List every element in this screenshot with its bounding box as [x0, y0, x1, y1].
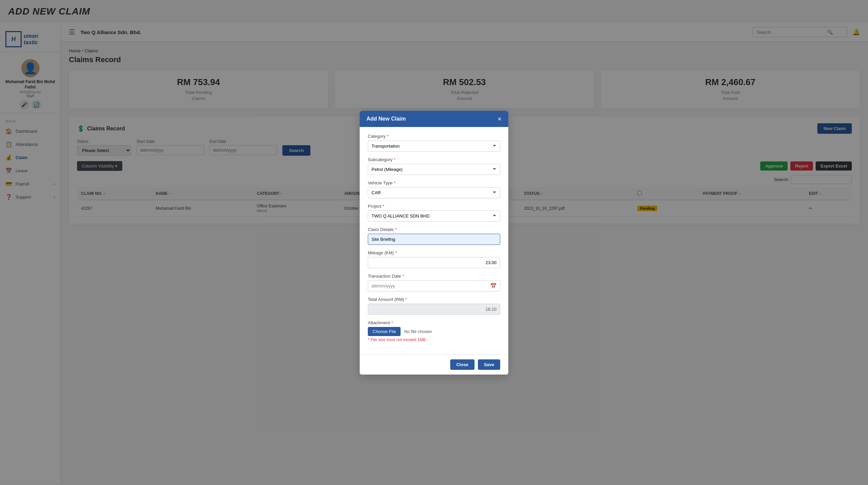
total-amount-input: [368, 304, 500, 315]
transaction-date-label: Transaction Date *: [368, 274, 500, 279]
project-label: Project *: [368, 204, 500, 209]
attachment-row: Choose File No file chosen: [368, 327, 500, 336]
subcategory-label: Subcategory *: [368, 157, 500, 162]
transaction-date-input[interactable]: [368, 280, 500, 291]
claim-details-input[interactable]: [368, 234, 500, 245]
mileage-field-group: Mileage (KM) *: [368, 250, 500, 268]
modal-overlay[interactable]: Add New Claim × Category * Transportatio…: [0, 0, 868, 484]
modal-cancel-button[interactable]: Close: [450, 359, 474, 370]
category-label: Category *: [368, 134, 500, 139]
modal-body: Category * Transportation Office Expense…: [360, 127, 508, 354]
choose-file-button[interactable]: Choose File: [368, 327, 401, 336]
transaction-date-field-group: Transaction Date * 📅: [368, 274, 500, 291]
total-amount-label: Total Amount (RM) *: [368, 297, 500, 302]
subcategory-field-group: Subcategory * Petrol (Mileage) Toll Park…: [368, 157, 500, 175]
claim-details-label: Claim Details *: [368, 227, 500, 232]
transaction-date-wrapper: 📅: [368, 280, 500, 291]
modal-header: Add New Claim ×: [360, 111, 508, 127]
subcategory-select[interactable]: Petrol (Mileage) Toll Parking Others: [368, 164, 500, 175]
mileage-input[interactable]: [368, 257, 500, 268]
vehicle-type-field-group: Vehicle Type * CAR MOTORCYCLE VAN TRUCK: [368, 180, 500, 198]
attachment-label: Attachment *: [368, 320, 500, 325]
project-select[interactable]: TWO Q ALLIANCE SDN BHD Project Alpha Pro…: [368, 210, 500, 222]
claim-details-field-group: Claim Details *: [368, 227, 500, 245]
project-field-group: Project * TWO Q ALLIANCE SDN BHD Project…: [368, 204, 500, 222]
calendar-icon: 📅: [490, 283, 497, 289]
add-new-claim-modal: Add New Claim × Category * Transportatio…: [360, 111, 508, 375]
mileage-label: Mileage (KM) *: [368, 250, 500, 255]
attachment-field-group: Attachment * Choose File No file chosen …: [368, 320, 500, 342]
category-select[interactable]: Transportation Office Expenses Travel Ot…: [368, 141, 500, 152]
file-size-warning: * File size must not exceed 1MB: [368, 337, 500, 342]
category-field-group: Category * Transportation Office Expense…: [368, 134, 500, 152]
modal-title: Add New Claim: [366, 116, 406, 122]
vehicle-type-label: Vehicle Type *: [368, 180, 500, 185]
modal-save-button[interactable]: Save: [478, 359, 500, 370]
vehicle-type-select[interactable]: CAR MOTORCYCLE VAN TRUCK: [368, 187, 500, 198]
modal-footer: Close Save: [360, 354, 508, 375]
modal-close-button[interactable]: ×: [497, 116, 502, 122]
total-amount-field-group: Total Amount (RM) *: [368, 297, 500, 315]
no-file-text: No file chosen: [404, 329, 432, 334]
